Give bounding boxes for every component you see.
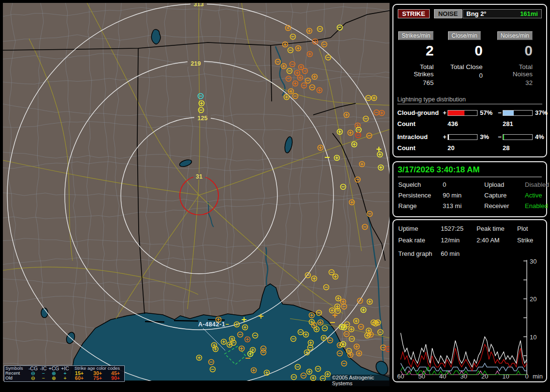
uptime-grid: Uptime1527:25Peak timePlotPeak rate12/mi… <box>398 225 546 244</box>
uptime-cell: Uptime <box>398 225 441 232</box>
ring-label-313: 313 <box>194 3 204 8</box>
ic-plus-count: 20 <box>448 144 478 152</box>
ic-minus-bar <box>503 134 533 140</box>
old-minus-ic-icon: − <box>39 376 48 380</box>
legend-row-label: Old <box>5 376 28 380</box>
age-code: 75+ <box>88 376 107 380</box>
noises-rate-value: 0 <box>497 40 533 59</box>
count-label: Count <box>397 120 442 127</box>
uptime-cell: Peak time <box>477 225 517 232</box>
uptime-cell: Strike <box>517 237 546 244</box>
bearing-label: Bng 2° <box>466 10 486 17</box>
bearing-display[interactable]: Bng 2° 161mi <box>463 9 542 18</box>
cg-minus-count: 281 <box>503 120 533 127</box>
mode-button-row: STRIKE NOISE Bng 2° 161mi <box>398 9 542 18</box>
ic-minus-count: 28 <box>503 144 533 152</box>
copyright-text: ©2005 Astrogenic Systems <box>331 375 390 386</box>
status-label: Capture <box>484 192 525 199</box>
status-value: 313 mi <box>443 202 484 210</box>
close-per-min-chip[interactable]: Close/min <box>448 31 480 40</box>
panel-trend: Uptime1527:25Peak timePlotPeak rate12/mi… <box>392 219 547 382</box>
status-label: Range <box>398 202 443 210</box>
x-tick-label: 60 <box>397 373 404 380</box>
panel-strike-counters: STRIKE NOISE Bng 2° 161mi Strikes/min 2 … <box>392 4 547 157</box>
x-tick-label: 30 <box>460 373 467 380</box>
strike-mode-button[interactable]: STRIKE <box>398 9 430 18</box>
distribution-title: Lightning type distribution <box>397 96 542 104</box>
cg-minus-percent: 37% <box>533 109 549 116</box>
trend-graph-label: Trend graph <box>398 250 441 257</box>
strikes-per-min-chip[interactable]: Strikes/min <box>398 31 434 40</box>
x-tick-label: 10 <box>502 373 509 380</box>
status-label: Squelch <box>398 181 443 188</box>
status-value: 0 <box>443 181 484 188</box>
trend-graph-window[interactable]: 60 min <box>441 250 546 257</box>
status-label: Persistence <box>398 192 443 199</box>
rate-counters: Strikes/min 2 Total Strikes 765 Close/mi… <box>395 31 544 86</box>
minus-sign: − <box>497 133 503 140</box>
strikes-column: Strikes/min 2 Total Strikes 765 <box>395 31 445 86</box>
total-close-label: Total Close <box>448 59 482 70</box>
total-strikes-label: Total Strikes <box>398 59 434 78</box>
old-minus-cg-icon: ⊖ <box>28 376 39 380</box>
cloud-ground-label: Cloud-ground <box>397 109 442 116</box>
map-symbol-legend: Symbols -CG -IC +CG +IC Strike age color… <box>4 365 125 382</box>
uptime-cell: 12/min <box>441 237 477 244</box>
status-value: Enabled <box>525 202 550 210</box>
plus-sign: + <box>442 109 448 116</box>
strikes-rate-value: 2 <box>398 40 434 59</box>
total-strikes-value: 765 <box>398 78 434 86</box>
ic-minus-percent: 4% <box>533 133 549 140</box>
total-close-value: 0 <box>448 70 482 79</box>
app-root: { "header": { "strike_btn": "STRIKE", "n… <box>0 0 550 392</box>
total-noises-label: Total Noises <box>497 59 533 78</box>
age-code: 60+ <box>70 376 88 380</box>
panel-status: 3/17/2026 3:40:18 AM Squelch0UploadDisab… <box>392 161 547 217</box>
lightning-map[interactable]: 313 219 125 31 A-4842-1− Symbols -CG -IC… <box>3 3 390 381</box>
trend-series--CG <box>401 363 527 371</box>
plus-sign: + <box>442 133 448 140</box>
total-noises-value: 32 <box>497 78 533 86</box>
status-value: Active <box>525 192 550 199</box>
ring-label-125: 125 <box>198 115 208 122</box>
status-value: Disabled <box>525 181 550 188</box>
uptime-cell: Plot <box>517 225 546 232</box>
storm-cell-label: A-4842-1− <box>198 321 229 328</box>
ring-label-31: 31 <box>196 173 203 180</box>
status-grid: Squelch0UploadDisabledPersistence90 minC… <box>398 181 546 210</box>
intracloud-label: Intracloud <box>397 133 442 140</box>
minus-sign: − <box>497 109 503 116</box>
x-axis-unit: min <box>533 373 543 380</box>
status-label: Receiver <box>484 202 525 210</box>
trend-graph-chart: 1020306050403020100min <box>393 258 545 380</box>
noise-mode-button[interactable]: NOISE <box>434 9 462 18</box>
lightning-type-distribution: Lightning type distribution Cloud-ground… <box>397 96 542 152</box>
ic-plus-percent: 3% <box>478 133 497 140</box>
cg-plus-count: 436 <box>448 120 478 127</box>
close-rate-value: 0 <box>448 40 482 59</box>
x-tick-label: 0 <box>525 373 528 380</box>
noises-per-min-chip[interactable]: Noises/min <box>497 31 533 40</box>
count-label: Count <box>397 144 442 152</box>
cg-plus-percent: 57% <box>478 109 497 116</box>
status-label: Upload <box>484 181 525 188</box>
uptime-cell: Peak rate <box>398 237 441 244</box>
ring-label-219: 219 <box>191 60 201 67</box>
trend-series-Total <box>401 333 527 367</box>
noises-column: Noises/min 0 Total Noises 32 <box>494 31 544 86</box>
old-plus-ic-icon: + <box>60 376 70 380</box>
cg-plus-bar <box>448 110 478 116</box>
datetime-display: 3/17/2026 3:40:18 AM <box>398 165 542 177</box>
age-code: 90+ <box>107 376 124 380</box>
map-canvas: 313 219 125 31 A-4842-1− <box>3 3 390 381</box>
uptime-cell: 1527:25 <box>441 225 477 232</box>
uptime-cell: 2:40 AM <box>477 237 517 244</box>
bearing-distance: 161mi <box>520 10 538 17</box>
y-tick-label: 10 <box>530 334 536 341</box>
ic-plus-bar <box>448 134 478 140</box>
status-value: 90 min <box>443 192 484 199</box>
y-tick-label: 20 <box>530 295 536 303</box>
y-tick-label: 30 <box>530 258 536 265</box>
cg-minus-bar <box>503 110 533 116</box>
close-column: Close/min 0 Total Close 0 <box>445 31 494 86</box>
